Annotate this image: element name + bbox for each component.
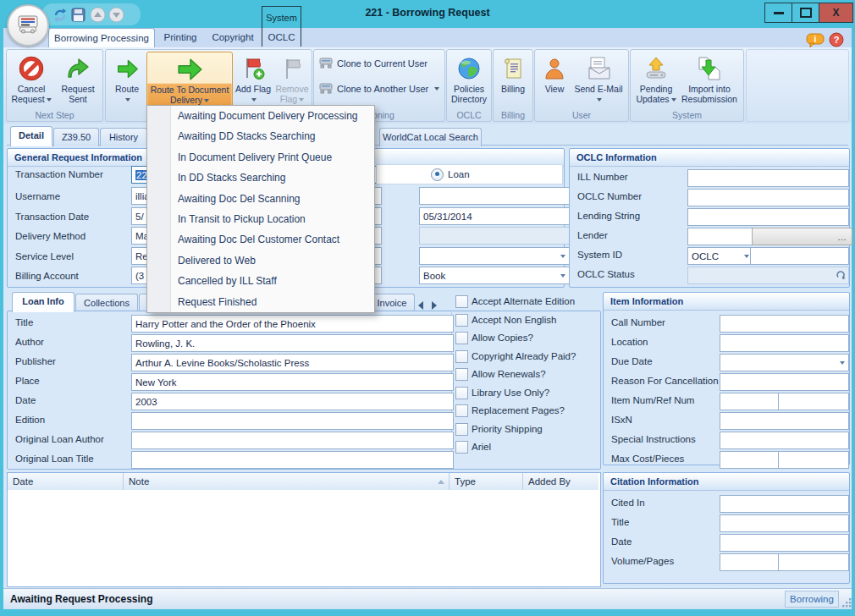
clone-to-current-user-button[interactable]: Clone to Current User (319, 53, 441, 74)
minimize-button[interactable] (764, 3, 792, 23)
cancel-request-button[interactable]: CancelRequest (9, 52, 53, 107)
route-to-document-delivery-button[interactable]: Route To DocumentDelivery (146, 52, 233, 109)
not-wanted-after-field[interactable]: 05/31/2014 (419, 207, 570, 225)
resize-grip[interactable] (841, 596, 852, 611)
loan-radio[interactable] (431, 168, 444, 181)
tab-borrowing-processing[interactable]: Borrowing Processing (48, 28, 155, 47)
accept-non-english-checkbox[interactable] (455, 314, 468, 327)
volume-field[interactable] (720, 553, 781, 571)
tab-loan-info[interactable]: Loan Info (12, 292, 74, 312)
pages-field[interactable] (778, 553, 849, 571)
tab-printing[interactable]: Printing (157, 28, 204, 47)
refresh-button[interactable] (52, 8, 68, 26)
tab-history[interactable]: History (100, 128, 147, 146)
original-loan-author-field[interactable] (131, 432, 454, 449)
original-loan-title-field[interactable] (131, 451, 454, 469)
system-id-combo[interactable]: OCLC (687, 247, 753, 265)
column-header-note[interactable]: Note (124, 473, 450, 490)
next-record-button[interactable] (108, 7, 124, 26)
title-field[interactable]: Harry Potter and the Order of the Phoeni… (131, 315, 454, 333)
location-field[interactable] (720, 334, 849, 352)
lending-string-field[interactable] (687, 208, 849, 226)
ariel-checkbox[interactable] (455, 441, 468, 454)
menu-item-request-finished[interactable]: Request Finished (171, 292, 374, 312)
accept-alternate-edition-checkbox[interactable] (455, 295, 468, 308)
oclc-status-field (687, 267, 849, 284)
column-header-added-by[interactable]: Added By (523, 473, 598, 490)
route-button[interactable]: Route (109, 52, 145, 107)
isxn-field[interactable] (720, 412, 849, 430)
citation-date-field[interactable] (720, 534, 849, 552)
maximize-button[interactable] (792, 3, 819, 23)
system-contextual-label: System (262, 6, 301, 29)
priority-shipping-checkbox[interactable] (455, 423, 468, 436)
tab-oclc[interactable]: OCLC (262, 28, 301, 47)
tab-copyright[interactable]: Copyright (207, 28, 259, 47)
date-field[interactable]: 2003 (131, 393, 454, 410)
tab-detail[interactable]: Detail (10, 126, 52, 146)
save-button[interactable] (71, 8, 86, 25)
field-label: Place (15, 376, 40, 386)
item-num-field[interactable] (720, 393, 781, 410)
copyright-already-paid-checkbox[interactable] (455, 350, 468, 363)
import-into-resubmission-button[interactable]: Import intoResubmission (679, 52, 740, 107)
author-field[interactable]: Rowling, J. K. (131, 334, 454, 352)
citation-title-field[interactable] (720, 514, 849, 532)
library-use-only-checkbox[interactable] (455, 387, 468, 399)
menu-item-awaiting-document-delivery-processing[interactable]: Awaiting Document Delivery Processing (171, 106, 374, 126)
application-button[interactable] (7, 4, 49, 47)
tab-worldcat-local-search[interactable]: WorldCat Local Search (379, 128, 482, 146)
application-window: 221 - Borrowing Request (0, 0, 855, 616)
request-type-combo[interactable]: Book (419, 267, 570, 284)
send-email-button[interactable]: Send E-Mail (572, 52, 625, 107)
call-number-field[interactable] (720, 315, 849, 333)
lender-field[interactable] (687, 228, 755, 245)
menu-item-awaiting-dd-stacks-searching[interactable]: Awaiting DD Stacks Searching (171, 126, 374, 146)
menu-item-awaiting-doc-del-scanning[interactable]: Awaiting Doc Del Scanning (171, 189, 374, 209)
place-field[interactable]: New York (131, 373, 454, 391)
menu-item-in-transit-to-pickup-location[interactable]: In Transit to Pickup Location (171, 209, 374, 229)
ribbon: CancelRequest RequestSent Next Step (3, 47, 852, 124)
gri-combo-1[interactable] (419, 247, 570, 265)
pieces-field[interactable] (778, 451, 849, 469)
refresh-status-icon[interactable] (836, 270, 846, 282)
cited-in-field[interactable] (720, 495, 849, 513)
oclc-number-field[interactable] (687, 189, 849, 206)
reason-for-cancellation-field[interactable] (720, 373, 849, 391)
due-date-combo[interactable] (720, 354, 849, 371)
allow-copies-checkbox[interactable] (455, 332, 468, 344)
system-id-value-field[interactable] (750, 247, 849, 265)
edition-field[interactable] (131, 412, 454, 430)
tab-invoice[interactable]: Invoice (369, 294, 415, 312)
policies-directory-button[interactable]: PoliciesDirectory (449, 52, 489, 107)
publisher-field[interactable]: Arthur A. Levine Books/Scholastic Press (131, 354, 454, 371)
view-user-button[interactable]: View (538, 52, 571, 107)
clone-to-another-user-button[interactable]: Clone to Another User (319, 79, 441, 99)
menu-item-in-document-delivery-print-queue[interactable]: In Document Delivery Print Queue (171, 147, 374, 168)
pending-updates-button[interactable]: PendingUpdates (634, 52, 678, 107)
save-icon (71, 10, 86, 25)
menu-item-in-dd-stacks-searching[interactable]: In DD Stacks Searching (171, 168, 374, 188)
replacement-pages-checkbox[interactable] (455, 404, 468, 417)
close-button[interactable]: X (819, 3, 853, 23)
gri-extra-field-1[interactable] (419, 187, 570, 205)
menu-item-delivered-to-web[interactable]: Delivered to Web (171, 250, 374, 271)
menu-item-cancelled-by-ill-staff[interactable]: Cancelled by ILL Staff (171, 271, 374, 291)
menu-item-awaiting-doc-del-customer-contact[interactable]: Awaiting Doc Del Customer Contact (171, 229, 374, 250)
previous-record-button[interactable] (90, 7, 106, 26)
special-instructions-field[interactable] (720, 432, 849, 449)
group-label-billing: Billing (494, 110, 532, 120)
lender-browse-button[interactable]: … (752, 228, 852, 245)
column-header-date[interactable]: Date (8, 473, 124, 490)
column-header-type[interactable]: Type (450, 473, 523, 490)
billing-button[interactable]: Billing (495, 52, 531, 107)
add-flag-button[interactable]: Add Flag (234, 52, 273, 107)
ill-number-field[interactable] (687, 169, 849, 187)
ref-num-field[interactable] (778, 393, 849, 410)
tab-collections[interactable]: Collections (75, 294, 138, 312)
allow-renewals-checkbox[interactable] (455, 368, 468, 381)
tab-z3950[interactable]: Z39.50 (53, 128, 99, 146)
field-label: Original Loan Title (15, 454, 94, 464)
max-cost-field[interactable] (720, 451, 781, 469)
request-sent-button[interactable]: RequestSent (56, 52, 100, 107)
